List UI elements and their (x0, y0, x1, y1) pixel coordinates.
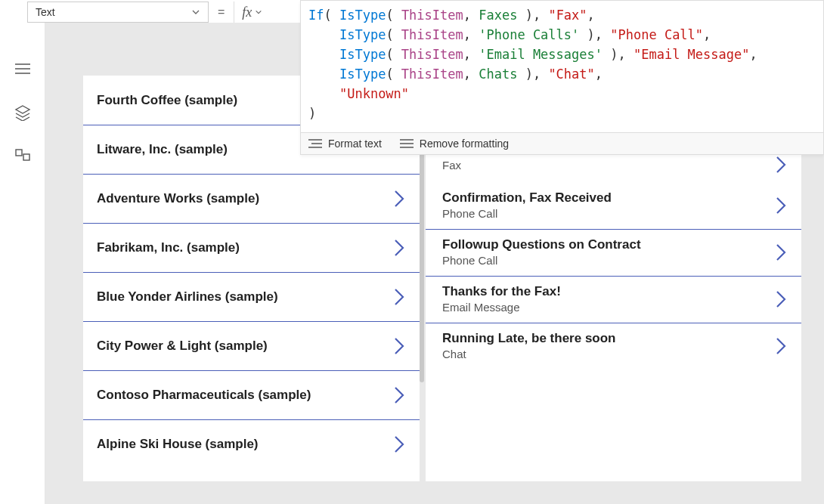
activity-title: Running Late, be there soon (442, 331, 616, 346)
list-item[interactable]: Adventure Works (sample) (83, 174, 420, 223)
list-item[interactable]: Thanks for the Fax!Email Message (426, 276, 801, 323)
svg-rect-1 (23, 154, 29, 160)
chevron-right-icon[interactable] (392, 237, 406, 258)
list-item[interactable]: Fabrikam, Inc. (sample) (83, 223, 420, 272)
equals-label: = (209, 5, 234, 19)
chevron-right-icon[interactable] (392, 385, 406, 406)
list-item[interactable]: City Power & Light (sample) (83, 321, 420, 370)
hamburger-icon[interactable] (14, 60, 31, 77)
components-icon[interactable] (14, 148, 31, 165)
property-dropdown-value: Text (36, 6, 55, 18)
chevron-right-icon[interactable] (774, 289, 788, 310)
account-name: Fourth Coffee (sample) (97, 93, 237, 108)
account-name: City Power & Light (sample) (97, 339, 268, 354)
activity-type: Phone Call (442, 207, 612, 220)
list-item[interactable]: Alpine Ski House (sample) (83, 419, 420, 468)
chevron-right-icon[interactable] (392, 434, 406, 455)
account-name: Adventure Works (sample) (97, 191, 259, 206)
activity-type: Chat (442, 348, 616, 360)
format-text-button[interactable]: Format text (308, 138, 382, 150)
chevron-down-icon (255, 8, 262, 16)
chevron-right-icon[interactable] (774, 195, 788, 216)
list-item[interactable]: Followup Questions on ContractPhone Call (426, 229, 801, 276)
activity-title: Followup Questions on Contract (442, 237, 641, 252)
account-name: Litware, Inc. (sample) (97, 142, 228, 157)
formula-toolbar: Format text Remove formatting (301, 132, 823, 154)
chevron-down-icon (191, 8, 200, 17)
chevron-right-icon[interactable] (774, 242, 788, 263)
list-item[interactable]: Blue Yonder Airlines (sample) (83, 272, 420, 321)
account-name: Contoso Pharmaceuticals (sample) (97, 388, 311, 403)
list-item[interactable]: Running Late, be there soonChat (426, 323, 801, 369)
chevron-right-icon[interactable] (392, 335, 406, 357)
activities-gallery[interactable]: Fax Confirmation, Fax ReceivedPhone Call… (426, 151, 801, 481)
formula-content[interactable]: If( IsType( ThisItem, Faxes ), "Fax", Is… (301, 1, 823, 132)
list-item[interactable]: Fax (426, 151, 801, 183)
chevron-right-icon[interactable] (774, 335, 788, 357)
account-name: Alpine Ski House (sample) (97, 437, 259, 452)
activity-type: Email Message (442, 301, 561, 314)
remove-format-icon (400, 138, 414, 149)
chevron-right-icon[interactable] (392, 286, 406, 308)
format-icon (308, 138, 322, 149)
account-name: Blue Yonder Airlines (sample) (97, 289, 278, 305)
list-item[interactable]: Contoso Pharmaceuticals (sample) (83, 370, 420, 419)
layers-icon[interactable] (14, 104, 31, 121)
activity-type: Phone Call (442, 254, 641, 267)
left-rail (0, 23, 45, 504)
remove-formatting-button[interactable]: Remove formatting (400, 138, 509, 150)
chevron-right-icon[interactable] (774, 154, 788, 175)
formula-bar[interactable]: If( IsType( ThisItem, Faxes ), "Fax", Is… (300, 0, 824, 155)
activity-title: Thanks for the Fax! (442, 284, 561, 299)
activity-type: Fax (442, 159, 461, 172)
svg-rect-0 (16, 150, 22, 156)
fx-label[interactable]: fx (234, 2, 270, 23)
list-item[interactable]: Confirmation, Fax ReceivedPhone Call (426, 183, 801, 229)
chevron-right-icon[interactable] (392, 188, 406, 209)
account-name: Fabrikam, Inc. (sample) (97, 240, 240, 255)
property-dropdown[interactable]: Text (27, 2, 209, 23)
activity-title: Confirmation, Fax Received (442, 190, 612, 206)
